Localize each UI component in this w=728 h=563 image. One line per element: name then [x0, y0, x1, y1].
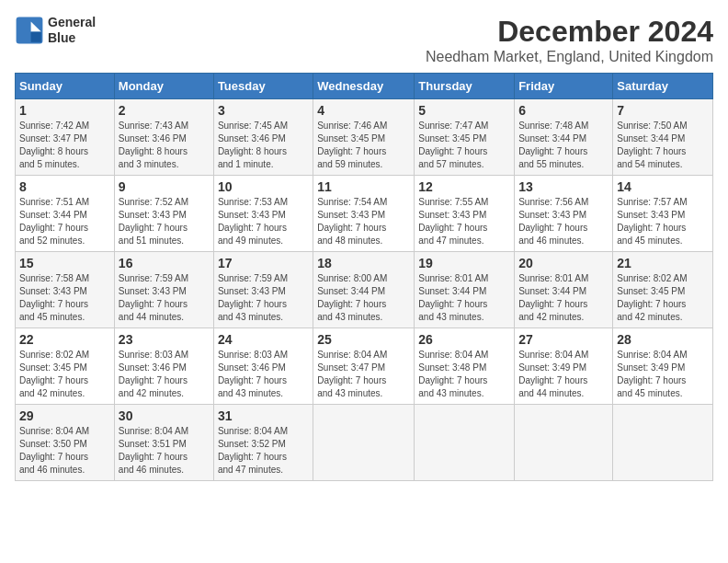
day-number: 24	[218, 332, 309, 347]
day-info: Sunrise: 8:01 AM Sunset: 3:44 PM Dayligh…	[418, 272, 510, 324]
calendar-cell: 13Sunrise: 7:56 AM Sunset: 3:43 PM Dayli…	[515, 176, 613, 252]
day-info: Sunrise: 7:51 AM Sunset: 3:44 PM Dayligh…	[19, 196, 110, 247]
day-number: 19	[418, 256, 510, 270]
day-info: Sunrise: 8:04 AM Sunset: 3:49 PM Dayligh…	[617, 349, 709, 400]
calendar-header-row: SundayMondayTuesdayWednesdayThursdayFrid…	[16, 74, 713, 99]
day-info: Sunrise: 8:03 AM Sunset: 3:46 PM Dayligh…	[218, 349, 309, 400]
weekday-header-saturday: Saturday	[613, 74, 713, 99]
calendar-cell: 25Sunrise: 8:04 AM Sunset: 3:47 PM Dayli…	[313, 328, 415, 405]
calendar-cell: 29Sunrise: 8:04 AM Sunset: 3:50 PM Dayli…	[16, 405, 115, 481]
day-info: Sunrise: 8:04 AM Sunset: 3:47 PM Dayligh…	[317, 349, 410, 400]
day-number: 28	[617, 332, 709, 347]
calendar-cell: 15Sunrise: 7:58 AM Sunset: 3:43 PM Dayli…	[16, 252, 115, 328]
calendar-cell: 3Sunrise: 7:45 AM Sunset: 3:46 PM Daylig…	[213, 99, 313, 176]
calendar-cell: 28Sunrise: 8:04 AM Sunset: 3:49 PM Dayli…	[613, 328, 713, 405]
calendar-cell: 5Sunrise: 7:47 AM Sunset: 3:45 PM Daylig…	[415, 99, 515, 176]
day-info: Sunrise: 7:59 AM Sunset: 3:43 PM Dayligh…	[218, 272, 309, 324]
day-number: 1	[19, 103, 110, 118]
calendar-cell: 26Sunrise: 8:04 AM Sunset: 3:48 PM Dayli…	[415, 328, 515, 405]
day-number: 12	[418, 179, 510, 194]
day-number: 31	[218, 408, 309, 423]
day-number: 30	[119, 408, 210, 423]
day-info: Sunrise: 7:42 AM Sunset: 3:47 PM Dayligh…	[19, 120, 110, 171]
calendar-cell: 21Sunrise: 8:02 AM Sunset: 3:45 PM Dayli…	[613, 252, 713, 328]
logo: General Blue	[15, 15, 96, 46]
calendar-table: SundayMondayTuesdayWednesdayThursdayFrid…	[15, 73, 713, 481]
weekday-header-monday: Monday	[114, 74, 213, 99]
calendar-cell: 20Sunrise: 8:01 AM Sunset: 3:44 PM Dayli…	[515, 252, 613, 328]
day-number: 4	[317, 103, 410, 118]
day-info: Sunrise: 7:50 AM Sunset: 3:44 PM Dayligh…	[617, 120, 709, 171]
day-number: 20	[518, 256, 609, 270]
calendar-cell: 14Sunrise: 7:57 AM Sunset: 3:43 PM Dayli…	[613, 176, 713, 252]
day-number: 21	[617, 256, 709, 270]
calendar-week-row: 22Sunrise: 8:02 AM Sunset: 3:45 PM Dayli…	[16, 328, 713, 405]
day-info: Sunrise: 8:02 AM Sunset: 3:45 PM Dayligh…	[617, 272, 709, 324]
day-number: 16	[119, 256, 210, 270]
calendar-cell: 8Sunrise: 7:51 AM Sunset: 3:44 PM Daylig…	[16, 176, 115, 252]
location-title: Needham Market, England, United Kingdom	[426, 49, 713, 65]
title-section: December 2024 Needham Market, England, U…	[426, 15, 713, 65]
calendar-cell: 6Sunrise: 7:48 AM Sunset: 3:44 PM Daylig…	[515, 99, 613, 176]
calendar-cell: 12Sunrise: 7:55 AM Sunset: 3:43 PM Dayli…	[415, 176, 515, 252]
weekday-header-sunday: Sunday	[16, 74, 115, 99]
calendar-cell: 30Sunrise: 8:04 AM Sunset: 3:51 PM Dayli…	[114, 405, 213, 481]
calendar-cell: 16Sunrise: 7:59 AM Sunset: 3:43 PM Dayli…	[114, 252, 213, 328]
calendar-cell: 24Sunrise: 8:03 AM Sunset: 3:46 PM Dayli…	[213, 328, 313, 405]
logo-text: General Blue	[48, 15, 96, 46]
day-info: Sunrise: 7:47 AM Sunset: 3:45 PM Dayligh…	[418, 120, 510, 171]
calendar-cell	[515, 405, 613, 481]
day-number: 22	[19, 332, 110, 347]
day-info: Sunrise: 8:04 AM Sunset: 3:51 PM Dayligh…	[119, 425, 210, 477]
day-number: 10	[218, 179, 309, 194]
day-info: Sunrise: 8:04 AM Sunset: 3:49 PM Dayligh…	[518, 349, 609, 400]
day-info: Sunrise: 8:04 AM Sunset: 3:52 PM Dayligh…	[218, 425, 309, 477]
calendar-cell: 9Sunrise: 7:52 AM Sunset: 3:43 PM Daylig…	[114, 176, 213, 252]
day-info: Sunrise: 8:04 AM Sunset: 3:48 PM Dayligh…	[418, 349, 510, 400]
day-info: Sunrise: 7:43 AM Sunset: 3:46 PM Dayligh…	[119, 120, 210, 171]
month-title: December 2024	[426, 15, 713, 49]
day-number: 5	[418, 103, 510, 118]
day-number: 27	[518, 332, 609, 347]
day-info: Sunrise: 8:00 AM Sunset: 3:44 PM Dayligh…	[317, 272, 410, 324]
day-number: 23	[119, 332, 210, 347]
day-number: 29	[19, 408, 110, 423]
day-info: Sunrise: 7:57 AM Sunset: 3:43 PM Dayligh…	[617, 196, 709, 247]
weekday-header-friday: Friday	[515, 74, 613, 99]
day-number: 7	[617, 103, 709, 118]
svg-marker-2	[31, 31, 41, 41]
day-number: 6	[518, 103, 609, 118]
day-number: 2	[119, 103, 210, 118]
day-info: Sunrise: 7:48 AM Sunset: 3:44 PM Dayligh…	[518, 120, 609, 171]
day-info: Sunrise: 7:59 AM Sunset: 3:43 PM Dayligh…	[119, 272, 210, 324]
calendar-cell	[415, 405, 515, 481]
logo-icon	[15, 16, 44, 45]
calendar-cell: 10Sunrise: 7:53 AM Sunset: 3:43 PM Dayli…	[213, 176, 313, 252]
calendar-cell: 1Sunrise: 7:42 AM Sunset: 3:47 PM Daylig…	[16, 99, 115, 176]
day-info: Sunrise: 7:58 AM Sunset: 3:43 PM Dayligh…	[19, 272, 110, 324]
calendar-week-row: 29Sunrise: 8:04 AM Sunset: 3:50 PM Dayli…	[16, 405, 713, 481]
day-number: 13	[518, 179, 609, 194]
calendar-cell: 27Sunrise: 8:04 AM Sunset: 3:49 PM Dayli…	[515, 328, 613, 405]
day-info: Sunrise: 7:45 AM Sunset: 3:46 PM Dayligh…	[218, 120, 309, 171]
day-info: Sunrise: 7:53 AM Sunset: 3:43 PM Dayligh…	[218, 196, 309, 247]
calendar-cell: 17Sunrise: 7:59 AM Sunset: 3:43 PM Dayli…	[213, 252, 313, 328]
calendar-cell	[313, 405, 415, 481]
day-number: 11	[317, 179, 410, 194]
day-info: Sunrise: 8:02 AM Sunset: 3:45 PM Dayligh…	[19, 349, 110, 400]
day-info: Sunrise: 8:01 AM Sunset: 3:44 PM Dayligh…	[518, 272, 609, 324]
calendar-cell: 7Sunrise: 7:50 AM Sunset: 3:44 PM Daylig…	[613, 99, 713, 176]
day-info: Sunrise: 7:55 AM Sunset: 3:43 PM Dayligh…	[418, 196, 510, 247]
weekday-header-thursday: Thursday	[415, 74, 515, 99]
calendar-cell: 23Sunrise: 8:03 AM Sunset: 3:46 PM Dayli…	[114, 328, 213, 405]
day-number: 3	[218, 103, 309, 118]
page-header: General Blue December 2024 Needham Marke…	[15, 15, 713, 65]
day-info: Sunrise: 8:03 AM Sunset: 3:46 PM Dayligh…	[119, 349, 210, 400]
day-info: Sunrise: 7:56 AM Sunset: 3:43 PM Dayligh…	[518, 196, 609, 247]
day-number: 18	[317, 256, 410, 270]
day-number: 17	[218, 256, 309, 270]
day-number: 14	[617, 179, 709, 194]
day-number: 26	[418, 332, 510, 347]
day-number: 15	[19, 256, 110, 270]
day-number: 25	[317, 332, 410, 347]
